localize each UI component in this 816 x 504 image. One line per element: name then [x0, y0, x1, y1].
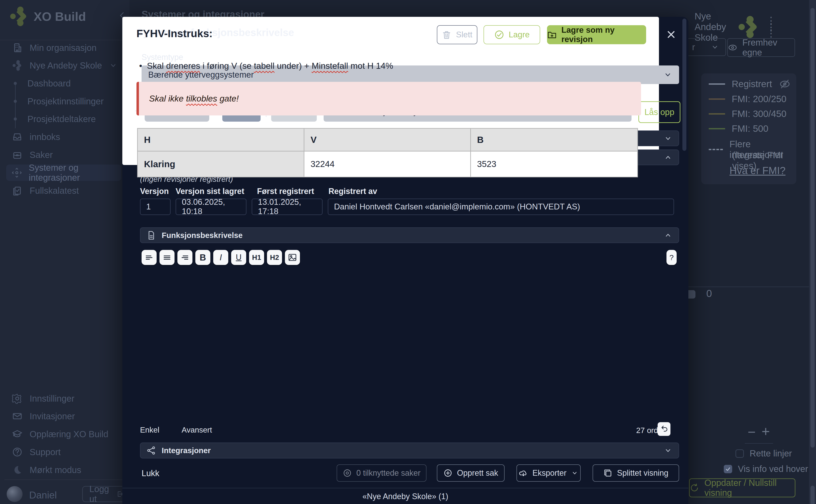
- gear-icon: [12, 393, 23, 404]
- chevron-down-icon: [663, 70, 672, 79]
- folder-plus-icon: [547, 30, 557, 40]
- align-right-button[interactable]: [177, 250, 192, 265]
- chevron-down-icon: [664, 134, 672, 143]
- legend-line-solid: [709, 83, 725, 85]
- app-root: Systemer og integrasjoner Nye Andeby Sko…: [0, 0, 816, 504]
- chevron-down-icon: [710, 43, 719, 52]
- sidebar-item-innstillinger[interactable]: Innstillinger: [6, 390, 121, 407]
- graduation-cap-icon: [12, 429, 23, 439]
- sidebar-item-min-organisasjon[interactable]: Min organisasjon: [6, 40, 121, 56]
- italic-button[interactable]: I: [213, 250, 228, 265]
- align-center-button[interactable]: [159, 250, 175, 265]
- sidebar-item-prosjektinnstillinger[interactable]: Prosjektinnstillinger: [6, 93, 121, 109]
- sidebar-item-dashboard[interactable]: Dashboard: [6, 75, 121, 92]
- eye-icon: [728, 42, 737, 53]
- versjon-sist-lagret-label: Versjon sist lagret: [176, 187, 244, 196]
- sidebar-item-moerkt-modus[interactable]: Mørkt modus: [6, 462, 121, 478]
- section-funksjonsbeskrivelse[interactable]: Funksjonsbeskrivelse: [140, 227, 679, 243]
- sidebar-item-support[interactable]: Support: [6, 444, 121, 460]
- close-button[interactable]: [665, 29, 677, 40]
- user-avatar[interactable]: [7, 486, 23, 502]
- save-button[interactable]: Lagre: [484, 25, 540, 44]
- hva-er-fmi-link[interactable]: Hva er FMI?: [730, 165, 785, 176]
- sidebar-item-saker[interactable]: Saker: [6, 147, 121, 163]
- table-cell-v-value: 32244: [304, 151, 470, 165]
- legend-item-fmi-300: FMI: 300/450: [709, 109, 786, 119]
- briefcase-icon: [12, 149, 23, 160]
- straight-lines-checkbox[interactable]: [735, 449, 744, 458]
- versjon-sist-lagret-value: 03.06.2025, 10:18: [176, 199, 246, 215]
- legend-panel: Registrert FMI: 200/250 FMI: 300/450 FMI…: [701, 73, 796, 184]
- editor-table: H V B Klaring 32244 3523: [137, 128, 638, 165]
- undo-button[interactable]: [658, 422, 670, 436]
- refresh-icon: [690, 483, 699, 493]
- hover-info-label: Vis info ved hover: [738, 464, 808, 474]
- bold-button[interactable]: B: [195, 250, 210, 265]
- export-button[interactable]: Eksporter: [516, 464, 581, 482]
- create-case-label: Opprett sak: [457, 468, 498, 478]
- system-modal: System og funksjonsbeskrivelse Slett Lag…: [122, 17, 688, 504]
- editor-table-header-row: H V B: [138, 128, 638, 151]
- editor-heading: FYHV-Instruks:: [136, 27, 213, 40]
- xo-build-logo-icon: [10, 6, 28, 27]
- forst-registrert-label: Først registrert: [257, 187, 314, 196]
- sidebar: XO Build Min organisasjon Nye Andeby Sko…: [0, 0, 129, 504]
- close-modal-text-button[interactable]: Lukk: [142, 469, 159, 478]
- close-icon: [665, 29, 677, 40]
- split-view-button[interactable]: Splittet visning: [593, 464, 679, 482]
- table-header-v: V: [304, 128, 470, 151]
- insert-image-button[interactable]: [285, 250, 300, 265]
- eye-circle-icon: [343, 468, 352, 478]
- table-cell-b-value: 3523: [470, 151, 637, 165]
- sidebar-item-systemer-og-integrasjoner[interactable]: Systemer og integrasjoner: [6, 165, 121, 181]
- hover-info-checkbox[interactable]: [724, 465, 732, 473]
- sidebar-item-innboks[interactable]: innboks: [6, 129, 121, 145]
- app-logo-text: XO Build: [34, 9, 86, 24]
- registrert-av-label: Registrert av: [328, 187, 377, 196]
- save-revision-button[interactable]: Lagre som ny revisjon: [547, 25, 646, 44]
- trash-icon: [442, 30, 451, 40]
- editor-warning-callout: Skal ikke tilkobles gate!: [136, 82, 641, 115]
- sidebar-item-prosjektdeltakere[interactable]: Prosjektdeltakere: [6, 111, 121, 127]
- unlock-button[interactable]: Lås opp: [638, 101, 680, 123]
- sidebar-item-invitasjoner[interactable]: Invitasjoner: [6, 408, 121, 424]
- mode-advanced-label: Avansert: [182, 425, 212, 434]
- help-button[interactable]: ?: [666, 250, 677, 265]
- hover-info-row: Vis info ved hover: [724, 464, 808, 474]
- chevron-up-icon: [664, 153, 672, 162]
- underline-button[interactable]: U: [231, 250, 246, 265]
- sidebar-item-opplaering[interactable]: Opplæring XO Build: [6, 426, 121, 442]
- building-icon: [12, 42, 23, 53]
- linked-cases-label: 0 tilknyttede saker: [356, 468, 420, 478]
- create-case-button[interactable]: Opprett sak: [437, 464, 505, 482]
- page-scrollbar-thumb[interactable]: [810, 8, 815, 448]
- align-left-button[interactable]: [142, 250, 157, 265]
- kebab-menu-icon[interactable]: ⋮⋮⋮: [766, 17, 776, 36]
- legend-line-solid: [709, 128, 725, 129]
- page-scrollbar-thumb-2[interactable]: [810, 486, 815, 504]
- inbox-icon: [12, 132, 23, 142]
- sidebar-item-fullskalatest[interactable]: Fullskalatest: [6, 182, 121, 199]
- export-label: Eksporter: [532, 468, 566, 478]
- app-logo: XO Build: [10, 6, 86, 27]
- table-header-b: B: [470, 128, 637, 151]
- sidebar-item-nye-andeby-skole[interactable]: Nye Andeby Skole: [6, 57, 121, 74]
- legend-item-fmi-500: FMI: 500: [709, 123, 768, 134]
- editor-table-row: Klaring 32244 3523: [138, 151, 638, 165]
- zoom-in-button[interactable]: +: [762, 423, 770, 440]
- eye-off-icon[interactable]: [779, 78, 791, 90]
- update-reset-view-button[interactable]: Oppdater / Nullstill visning: [689, 478, 795, 497]
- section-integrasjoner[interactable]: Integrasjoner: [140, 443, 679, 458]
- delete-button[interactable]: Slett: [437, 25, 477, 44]
- fremhev-egne-button[interactable]: Fremhev egne: [727, 38, 795, 57]
- legend-item-fmi-200: FMI: 200/250: [709, 94, 786, 104]
- h2-button[interactable]: H2: [267, 250, 282, 265]
- save-revision-label: Lagre som ny revisjon: [561, 25, 646, 44]
- h1-button[interactable]: H1: [249, 250, 264, 265]
- modal-footer-divider: [122, 488, 688, 488]
- linked-cases-button[interactable]: 0 tilknyttede saker: [337, 464, 426, 482]
- cloud-download-icon: [519, 468, 528, 478]
- straight-lines-label: Rette linjer: [750, 448, 792, 458]
- check-icon: [725, 466, 731, 472]
- zoom-out-button[interactable]: −: [748, 424, 756, 440]
